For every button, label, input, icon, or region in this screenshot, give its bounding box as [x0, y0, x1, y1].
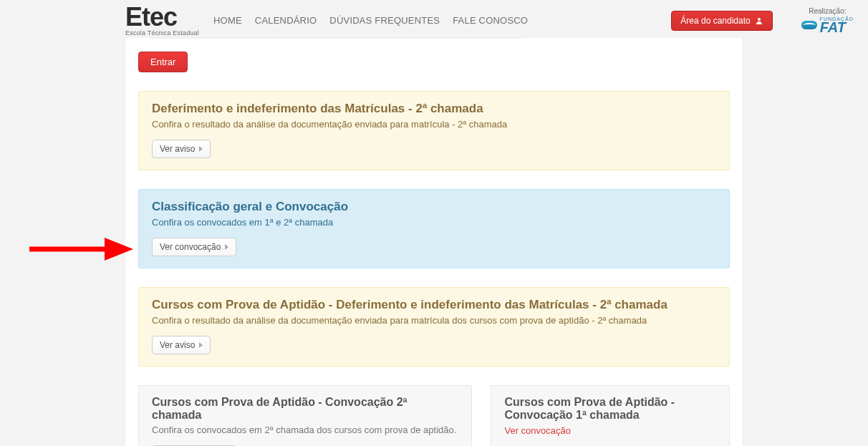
- ver-aviso-button[interactable]: Ver aviso: [152, 336, 211, 354]
- card-aptidao-convocacao-2a: Cursos com Prova de Aptidão - Convocação…: [138, 385, 472, 446]
- nav-calendario[interactable]: CALENDÁRIO: [255, 15, 317, 26]
- svg-point-0: [758, 18, 761, 21]
- alert-aptidao-deferimento-2a: Cursos com Prova de Aptidão - Deferiment…: [138, 287, 730, 367]
- user-icon: [755, 16, 763, 25]
- fat-swoosh-icon: [801, 21, 817, 29]
- fat-logo: FUNDAÇÃO FAT: [801, 16, 854, 34]
- card-title: Cursos com Prova de Aptidão - Convocação…: [504, 396, 716, 422]
- alert-title: Deferimento e indeferimento das Matrícul…: [152, 102, 716, 116]
- nav-fale[interactable]: FALE CONOSCO: [453, 15, 528, 26]
- content-container: Entrar Deferimento e indeferimento das M…: [125, 38, 743, 446]
- button-label: Ver aviso: [160, 144, 195, 154]
- alert-body: Confira o resultado da análise da docume…: [152, 119, 716, 130]
- chevron-right-icon: [225, 244, 228, 250]
- button-label: Ver aviso: [160, 340, 195, 350]
- nav-home[interactable]: HOME: [213, 15, 242, 26]
- area-candidato-label: Área do candidato: [680, 16, 750, 26]
- alert-title: Cursos com Prova de Aptidão - Deferiment…: [152, 298, 716, 312]
- ver-convocacao-button[interactable]: Ver convocação: [152, 238, 236, 256]
- chevron-right-icon: [199, 342, 203, 348]
- alert-title: Classificação geral e Convocação: [152, 200, 716, 214]
- annotation-arrow-icon: [26, 235, 133, 263]
- nav-duvidas[interactable]: DÚVIDAS FREQUENTES: [329, 15, 440, 26]
- card-title: Cursos com Prova de Aptidão - Convocação…: [152, 396, 458, 422]
- logo: Etec Escola Técnica Estadual: [125, 4, 199, 37]
- alert-deferimento-2a: Deferimento e indeferimento das Matrícul…: [138, 91, 730, 170]
- area-candidato-button[interactable]: Área do candidato: [671, 11, 772, 31]
- alert-classificacao: Classificação geral e Convocação Confira…: [138, 189, 730, 268]
- fat-text: FAT: [820, 20, 854, 34]
- logo-text: Etec: [125, 4, 199, 30]
- logo-sub: Escola Técnica Estadual: [125, 30, 199, 37]
- entrar-button[interactable]: Entrar: [138, 52, 188, 72]
- main-nav: HOME CALENDÁRIO DÚVIDAS FREQUENTES FALE …: [213, 15, 528, 26]
- ver-convocacao-link[interactable]: Ver convocação: [504, 425, 571, 436]
- header: Etec Escola Técnica Estadual HOME CALEND…: [0, 0, 868, 38]
- alert-body: Confira os convocados em 1ª e 2ª chamada: [152, 217, 716, 228]
- chevron-right-icon: [199, 146, 203, 152]
- realizacao: Realização: FUNDAÇÃO FAT: [801, 7, 854, 34]
- button-label: Ver convocação: [160, 242, 221, 252]
- alert-body: Confira o resultado da análise da docume…: [152, 315, 716, 326]
- card-body: Confira os convocados em 2ª chamada dos …: [152, 425, 458, 435]
- card-aptidao-convocacao-1a: Cursos com Prova de Aptidão - Convocação…: [491, 385, 730, 446]
- divider: [150, 38, 522, 39]
- realizacao-label: Realização:: [809, 7, 846, 15]
- ver-aviso-button[interactable]: Ver aviso: [152, 140, 211, 158]
